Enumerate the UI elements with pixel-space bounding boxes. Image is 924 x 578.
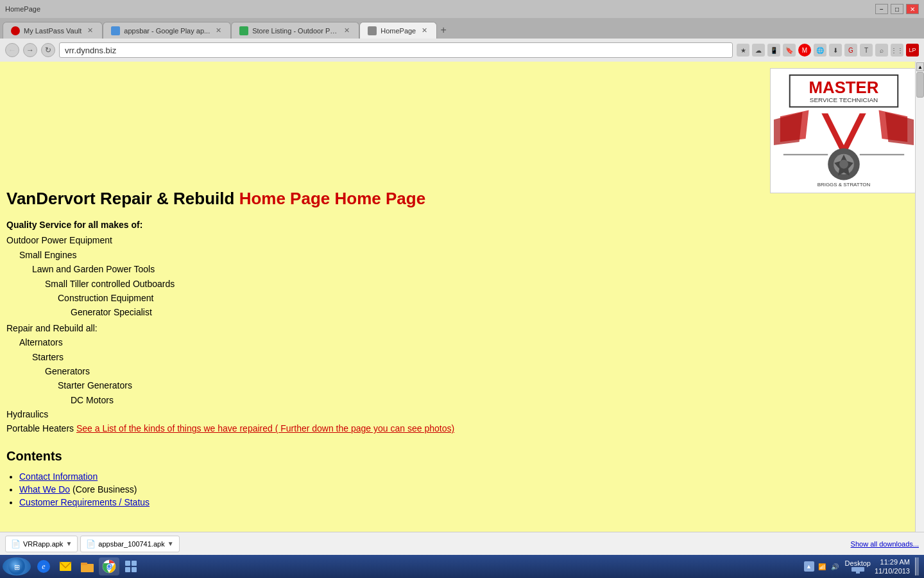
main-title: VanDervort Repair & Rebuild Home Page Ho… bbox=[6, 189, 578, 209]
svg-text:SERVICE TECHNICIAN: SERVICE TECHNICIAN bbox=[810, 96, 878, 103]
logo-container: MASTER SERVICE TECHNICIAN bbox=[770, 68, 918, 193]
download-item-appsbar: 📄 appsbar_100741.apk ▼ bbox=[80, 536, 179, 552]
phone-icon[interactable]: 📱 bbox=[767, 44, 780, 57]
customer-requirements-link[interactable]: Customer Requirements / Status bbox=[19, 497, 150, 507]
show-desktop-button[interactable] bbox=[915, 557, 919, 575]
desktop-label-area: Desktop bbox=[845, 559, 871, 574]
contact-information-link[interactable]: Contact Information bbox=[19, 471, 98, 482]
forward-button[interactable]: → bbox=[23, 43, 37, 57]
clock-time: 11:29 AM bbox=[875, 557, 910, 566]
tab-close-appsbar[interactable]: ✕ bbox=[214, 26, 223, 35]
translate-icon[interactable]: T bbox=[860, 44, 873, 57]
service-items-list: Outdoor Power Equipment Small Engines La… bbox=[6, 233, 918, 319]
taskbar-clock[interactable]: 11:29 AM 11/10/2013 bbox=[875, 557, 910, 576]
tab-close-store[interactable]: ✕ bbox=[342, 26, 351, 35]
tab-label-lastpass: My LastPass Vault bbox=[24, 27, 81, 35]
apps-icon2[interactable]: ⋮⋮ bbox=[891, 44, 903, 57]
item-small-engines: Small Engines bbox=[19, 248, 918, 262]
svg-rect-34 bbox=[856, 572, 860, 574]
maximize-button[interactable]: □ bbox=[891, 4, 903, 14]
tab-store[interactable]: Store Listing - Outdoor Po... ✕ bbox=[231, 22, 359, 39]
download-item-vrrapp: 📄 VRRapp.apk ▼ bbox=[5, 536, 78, 552]
tab-favicon-homepage bbox=[368, 26, 377, 35]
tab-label-homepage: HomePage bbox=[381, 27, 416, 35]
address-bar[interactable]: vrr.dyndns.biz bbox=[59, 42, 733, 58]
main-title-red: Home Page bbox=[239, 189, 330, 208]
tab-appsbar[interactable]: appsbar - Google Play ap... ✕ bbox=[103, 22, 231, 39]
main-title-red2: Home Page bbox=[335, 189, 426, 208]
page-content: VanDervort Repair & Rebuild Home Page Ho… bbox=[0, 62, 924, 555]
item-alternators: Alternators bbox=[19, 335, 918, 349]
title-area: VanDervort Repair & Rebuild Home Page Ho… bbox=[6, 68, 578, 218]
bookmark-icon[interactable]: 🔖 bbox=[783, 44, 796, 57]
back-button[interactable]: ← bbox=[5, 43, 19, 57]
svg-text:⊞: ⊞ bbox=[14, 563, 20, 571]
page-header: VanDervort Repair & Rebuild Home Page Ho… bbox=[6, 68, 918, 218]
svg-rect-28 bbox=[132, 561, 137, 566]
download-arrow-appsbar[interactable]: ▼ bbox=[167, 540, 174, 547]
window-title: HomePage bbox=[5, 5, 40, 13]
search-icon2[interactable]: ⌕ bbox=[875, 44, 888, 57]
download-bar: 📄 VRRapp.apk ▼ 📄 appsbar_100741.apk ▼ Sh… bbox=[0, 532, 924, 555]
logo-svg: MASTER SERVICE TECHNICIAN bbox=[771, 69, 917, 193]
systray-icon-1: ▲ bbox=[804, 561, 814, 572]
download-icon-appsbar: 📄 bbox=[86, 539, 96, 548]
item-portable-heaters: Portable Heaters See a List of the kinds… bbox=[6, 421, 918, 435]
download-icon[interactable]: ⬇ bbox=[829, 44, 842, 57]
item-tiller: Small Tiller controlled Outboards bbox=[45, 277, 918, 291]
desktop-icon bbox=[851, 567, 864, 574]
repair-items-list: Alternators Starters Generators Starter … bbox=[6, 335, 918, 407]
svg-text:e: e bbox=[42, 562, 46, 571]
svg-text:BRIGGS & STRATTON: BRIGGS & STRATTON bbox=[817, 182, 871, 188]
close-button[interactable]: ✕ bbox=[906, 4, 919, 14]
reload-button[interactable]: ↻ bbox=[41, 43, 55, 57]
taskbar-folder[interactable] bbox=[77, 557, 98, 575]
download-arrow-vrrapp[interactable]: ▼ bbox=[65, 540, 72, 547]
tab-close-homepage[interactable]: ✕ bbox=[420, 26, 429, 35]
window-controls: − □ ✕ bbox=[875, 4, 919, 14]
item-construction: Construction Equipment bbox=[58, 291, 918, 305]
title-bar-left: HomePage bbox=[5, 5, 40, 13]
svg-text:🔊: 🔊 bbox=[831, 563, 839, 571]
browser-window: HomePage − □ ✕ My LastPass Vault ✕ appsb… bbox=[0, 0, 924, 555]
contents-section: Contents Contact Information What We Do … bbox=[6, 449, 918, 507]
quality-service-heading: Quality Service for all makes of: bbox=[6, 218, 918, 232]
svg-rect-29 bbox=[125, 567, 130, 572]
portable-heaters-link[interactable]: See a List of the kinds of things we hav… bbox=[76, 423, 454, 434]
download-icon-vrrapp: 📄 bbox=[11, 539, 21, 548]
contents-list: Contact Information What We Do (Core Bus… bbox=[6, 471, 918, 507]
show-all-downloads-link[interactable]: Show all downloads... bbox=[851, 540, 919, 548]
moto-icon[interactable]: M bbox=[798, 44, 811, 57]
contents-heading: Contents bbox=[6, 449, 918, 464]
svg-text:MASTER: MASTER bbox=[809, 78, 879, 96]
scrollbar[interactable]: ▲ bbox=[915, 62, 924, 532]
gmail-icon[interactable]: G bbox=[844, 44, 857, 57]
start-button[interactable]: ⊞ bbox=[3, 557, 31, 575]
tab-label-store: Store Listing - Outdoor Po... bbox=[252, 27, 338, 35]
cloud-icon[interactable]: ☁ bbox=[752, 44, 765, 57]
item-outdoor-power: Outdoor Power Equipment bbox=[6, 233, 918, 247]
taskbar-mail[interactable] bbox=[55, 557, 76, 575]
taskbar-apps-btn[interactable] bbox=[121, 557, 141, 575]
address-text: vrr.dyndns.biz bbox=[65, 46, 116, 55]
what-we-do-link[interactable]: What We Do bbox=[19, 484, 70, 495]
scrollbar-up[interactable]: ▲ bbox=[916, 62, 924, 71]
item-starter-generators: Starter Generators bbox=[58, 378, 918, 392]
tab-close-lastpass[interactable]: ✕ bbox=[85, 26, 94, 35]
download-filename-vrrapp: VRRapp.apk bbox=[23, 540, 63, 548]
scrollbar-thumb[interactable] bbox=[916, 72, 924, 98]
social-icon[interactable]: 🌐 bbox=[814, 44, 826, 57]
item-lawn-garden: Lawn and Garden Power Tools bbox=[32, 262, 918, 276]
item-dc-motors: DC Motors bbox=[71, 393, 918, 407]
taskbar-ie[interactable]: e bbox=[33, 557, 54, 575]
new-tab-button[interactable]: + bbox=[437, 22, 450, 39]
taskbar-chrome[interactable] bbox=[99, 557, 119, 575]
contents-item-contact: Contact Information bbox=[19, 471, 918, 482]
tab-lastpass[interactable]: My LastPass Vault ✕ bbox=[3, 22, 103, 39]
star-icon[interactable]: ★ bbox=[737, 44, 749, 57]
lastpass-icon[interactable]: LP bbox=[906, 44, 919, 57]
systray-volume-icon: 🔊 bbox=[830, 561, 840, 572]
minimize-button[interactable]: − bbox=[875, 4, 888, 14]
address-bar-row: ← → ↻ vrr.dyndns.biz ★ ☁ 📱 🔖 M 🌐 ⬇ G T ⌕… bbox=[0, 39, 924, 62]
tab-homepage[interactable]: HomePage ✕ bbox=[359, 22, 437, 39]
